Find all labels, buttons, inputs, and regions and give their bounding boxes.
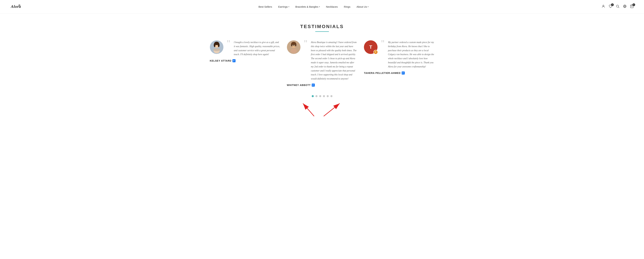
svg-point-12 bbox=[214, 43, 216, 47]
testimonial-card-whitney: " Alora Boutique is amazing! I have orde… bbox=[287, 40, 357, 87]
nav-earrings[interactable]: Earrings ▾ bbox=[278, 5, 289, 8]
cart-badge: 0 bbox=[632, 4, 635, 6]
cart-icon[interactable]: 0 bbox=[630, 5, 634, 9]
about-chevron-icon: ▾ bbox=[368, 6, 368, 8]
svg-point-24 bbox=[290, 49, 297, 53]
testimonial-text-kelsey: I bought a lovely necklace to give as a … bbox=[234, 40, 280, 57]
main-content: TESTIMONIALS bbox=[203, 14, 441, 135]
nav-about[interactable]: About Us ▾ bbox=[356, 5, 368, 8]
header: Alora Best Sellers Earrings ▾ Bracelets … bbox=[0, 0, 644, 14]
testimonials-section: TESTIMONIALS bbox=[210, 24, 434, 121]
wishlist-icon[interactable]: 0 bbox=[609, 5, 612, 9]
svg-point-15 bbox=[213, 48, 220, 51]
logo[interactable]: Alora bbox=[10, 2, 26, 12]
main-nav: Best Sellers Earrings ▾ Bracelets & Bang… bbox=[258, 5, 368, 8]
tahera-star-badge: ✦ bbox=[374, 50, 378, 54]
testimonial-name-whitney: WHITNEY ABBOTT f bbox=[287, 84, 357, 87]
nav-best-sellers[interactable]: Best Sellers bbox=[258, 5, 272, 8]
avatar-whitney bbox=[287, 40, 300, 54]
header-icons: 0 0 bbox=[602, 5, 634, 9]
nav-bracelets[interactable]: Bracelets & Bangles ▾ bbox=[296, 5, 320, 8]
testimonial-name-kelsey: KELSEY ATTARD f bbox=[210, 59, 280, 62]
testimonial-name-tahera: TAHERA PELLETIER-AHMED f bbox=[364, 72, 434, 75]
testimonial-card-tahera: T ✦ " My partner ordered a custom made p… bbox=[364, 40, 434, 87]
quote-mark-kelsey: " bbox=[227, 39, 230, 48]
verified-badge-tahera: f bbox=[402, 72, 405, 75]
testimonial-card-kelsey: " I bought a lovely necklace to give as … bbox=[210, 40, 280, 87]
nav-necklaces[interactable]: Necklaces bbox=[326, 5, 338, 8]
verified-badge-whitney: f bbox=[312, 84, 315, 87]
account-icon[interactable] bbox=[602, 5, 605, 9]
svg-point-5 bbox=[616, 5, 619, 7]
testimonial-top-kelsey: " I bought a lovely necklace to give as … bbox=[210, 40, 280, 57]
testimonial-top-tahera: T ✦ " My partner ordered a custom made p… bbox=[364, 40, 434, 69]
avatar-tahera: T ✦ bbox=[364, 40, 378, 54]
testimonial-top-whitney: " Alora Boutique is amazing! I have orde… bbox=[287, 40, 357, 81]
svg-line-6 bbox=[618, 7, 619, 8]
quote-mark-tahera: " bbox=[381, 39, 384, 48]
wishlist-badge: 0 bbox=[611, 4, 614, 6]
title-underline bbox=[315, 31, 329, 32]
testimonial-text-tahera: My partner ordered a custom made piece f… bbox=[388, 40, 434, 69]
svg-point-4 bbox=[603, 5, 604, 6]
annotation-arrows bbox=[280, 95, 364, 121]
language-icon[interactable] bbox=[623, 5, 627, 9]
avatar-kelsey bbox=[210, 40, 224, 54]
svg-point-13 bbox=[218, 43, 220, 47]
tahera-badge-inner: ✦ bbox=[374, 50, 378, 54]
quote-mark-whitney: " bbox=[304, 39, 308, 48]
testimonial-text-whitney: Alora Boutique is amazing! I have ordere… bbox=[311, 40, 357, 81]
arrows-overlay bbox=[210, 101, 434, 121]
testimonials-grid: " I bought a lovely necklace to give as … bbox=[210, 40, 434, 87]
testimonials-title: TESTIMONIALS bbox=[210, 24, 434, 29]
bracelets-chevron-icon: ▾ bbox=[319, 6, 320, 8]
verified-badge-kelsey: f bbox=[232, 59, 236, 62]
search-icon[interactable] bbox=[616, 5, 620, 9]
nav-rings[interactable]: Rings bbox=[344, 5, 350, 8]
earrings-chevron-icon: ▾ bbox=[288, 6, 289, 8]
